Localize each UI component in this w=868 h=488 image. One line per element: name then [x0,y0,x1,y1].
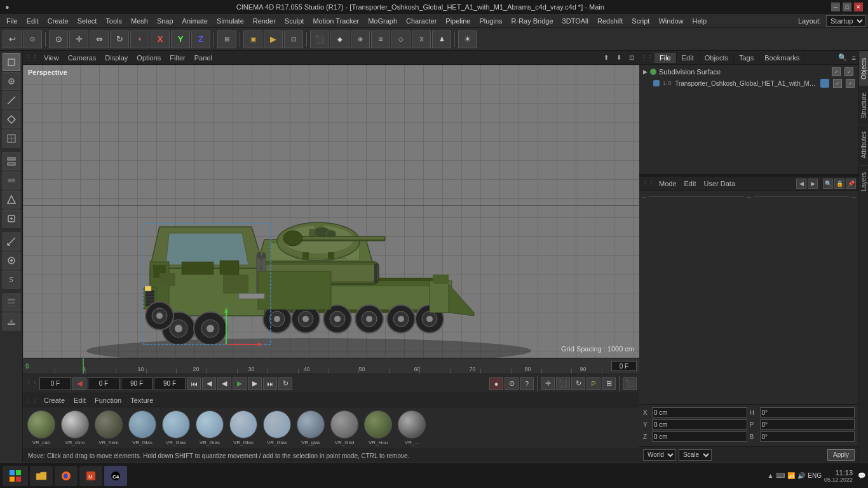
menu-simulate[interactable]: Simulate [213,16,248,26]
coord-z-input[interactable] [652,431,747,442]
sidebar-s-tool[interactable]: S [3,271,20,288]
sidebar-layer1[interactable] [3,152,20,170]
menu-3dtoall[interactable]: 3DTOAll [559,16,592,26]
close-btn[interactable]: ✕ [854,3,863,11]
vp-icon1[interactable]: ⬆ [601,53,611,63]
coord-sys-btn[interactable]: ⊞ [217,30,236,48]
obj-vis-btn1[interactable]: ✓ [832,67,841,76]
sidebar-floor-icon[interactable] [3,313,20,330]
obj-vis-t2[interactable]: ✓ [846,79,855,88]
mat-vr-fram[interactable]: VR_fram [93,410,125,445]
menu-mograph[interactable]: MoGraph [364,16,401,26]
notification-icon[interactable]: 💬 [858,472,865,479]
attr-pin-btn[interactable]: 📌 [846,179,856,189]
current-frame-input[interactable] [39,377,71,390]
attr-user-data[interactable]: User Data [701,179,739,189]
coord-y-input[interactable] [652,419,747,430]
sidebar-layer-icon[interactable] [3,294,20,311]
obj-subdivision-surface[interactable]: ▶ Subdivision Surface ✓ ✓ [641,66,857,78]
render-region-btn[interactable]: ▣ [243,30,262,48]
scale-btn[interactable]: ⇔ [90,30,109,48]
obj-vis-btn2[interactable]: ✓ [844,67,853,76]
end-frame-display[interactable] [611,361,637,371]
sidebar-tool4[interactable] [3,210,20,227]
mat-vr-glas3[interactable]: VR_Glas [194,410,226,445]
tab-bookmarks[interactable]: Bookmarks [759,53,805,63]
record-manual-btn[interactable]: ⊙ [505,377,519,390]
key-btn5[interactable]: ⊞ [602,377,616,390]
render-view-btn[interactable]: ▶ [264,30,283,48]
vtab-attributes[interactable]: Attributes [859,125,868,165]
mat-texture[interactable]: Texture [127,395,156,405]
vp-icon3[interactable]: ⊡ [627,53,637,63]
firefox-btn[interactable] [55,466,78,486]
sidebar-uv-mode[interactable] [3,130,20,147]
mat-vr-hou[interactable]: VR_Hou [362,410,394,445]
mat-vr-cab[interactable]: VR_cab [25,410,57,445]
attr-next-btn[interactable]: ▶ [808,179,818,189]
attr-edit[interactable]: Edit [681,179,700,189]
menu-plugins[interactable]: Plugins [475,16,506,26]
coord-h-input[interactable] [760,407,855,417]
sidebar-measure[interactable] [3,233,20,250]
menu-script[interactable]: Script [628,16,653,26]
timeline-ruler[interactable]: 0 10 20 30 40 50 60 70 80 90 [55,358,607,374]
mat-vr-glas1[interactable]: VR_Glas [126,410,158,445]
key-btn1[interactable]: ✛ [541,377,555,390]
vtab-structure[interactable]: Structure [859,86,868,125]
menu-motion-tracker[interactable]: Motion Tracker [309,16,363,26]
render-picture-viewer-btn[interactable]: ⊡ [284,30,303,48]
obj-vis-t1[interactable]: ✓ [833,79,842,88]
menu-create[interactable]: Create [44,16,72,26]
coord-p-input[interactable] [760,419,855,430]
key-btn2[interactable]: ⬛ [556,377,570,390]
field-btn[interactable]: ◇ [391,30,410,48]
mat-vr-chro[interactable]: VR_chro [59,410,91,445]
tab-tags[interactable]: Tags [734,53,759,63]
sidebar-edge-mode[interactable] [3,92,20,109]
mat-vr-glas5[interactable]: VR_Glas [261,410,293,445]
start-btn[interactable] [3,466,28,486]
menu-window[interactable]: Window [654,16,687,26]
c4d-taskbar-btn[interactable]: C4 [104,466,127,486]
systray-arrow[interactable]: ▲ [767,472,773,479]
array-btn[interactable]: ⊕ [351,30,370,48]
record-auto-btn[interactable]: ● [489,377,503,390]
mat-vr-grid[interactable]: VR_Grid [329,410,360,445]
menu-pipeline[interactable]: Pipeline [442,16,474,26]
menu-snap[interactable]: Snap [153,16,177,26]
end-frame-input[interactable] [121,377,153,390]
undo-btn[interactable]: ↩ [3,30,22,48]
attr-mode[interactable]: Mode [656,179,680,189]
tab-objects[interactable]: Objects [700,53,734,63]
menu-select[interactable]: Select [74,16,101,26]
menu-animate[interactable]: Animate [179,16,212,26]
sort-icon[interactable]: ≡ [850,54,858,62]
menu-file[interactable]: File [3,16,22,26]
light-btn[interactable]: ☀ [458,30,477,48]
mograph-btn[interactable]: ⧖ [412,30,431,48]
sidebar-sculpt-tool[interactable] [3,252,20,269]
go-start-btn[interactable]: ⏮ [187,377,201,390]
menu-character[interactable]: Character [402,16,440,26]
vp-filter[interactable]: Filter [166,53,188,63]
menu-redshift[interactable]: Redshift [593,16,627,26]
mat-vr-glas2[interactable]: VR_Glas [160,410,192,445]
coord-mode-select[interactable]: Scale [679,449,712,461]
sidebar-point-mode[interactable] [3,72,20,90]
menu-mesh[interactable]: Mesh [127,16,152,26]
vp-view[interactable]: View [41,53,62,63]
tab-file[interactable]: File [654,53,677,63]
mat-edit[interactable]: Edit [71,395,89,405]
key-btn4[interactable]: P [587,377,600,390]
menu-tools[interactable]: Tools [102,16,126,26]
coord-system-select[interactable]: World [643,449,676,461]
menu-sculpt[interactable]: Sculpt [281,16,308,26]
next-frame-btn[interactable]: ▶ [248,377,262,390]
sidebar-snap-tool[interactable] [3,191,20,208]
vp-options[interactable]: Options [133,53,164,63]
obj-transporter[interactable]: L 0 Transporter_Oshkosh_Global_HET_A1_wi… [641,78,857,89]
loop-btn[interactable]: ↻ [278,377,292,390]
y-axis-btn[interactable]: Y [171,30,190,48]
mat-extra1[interactable]: VR_... [396,410,428,445]
